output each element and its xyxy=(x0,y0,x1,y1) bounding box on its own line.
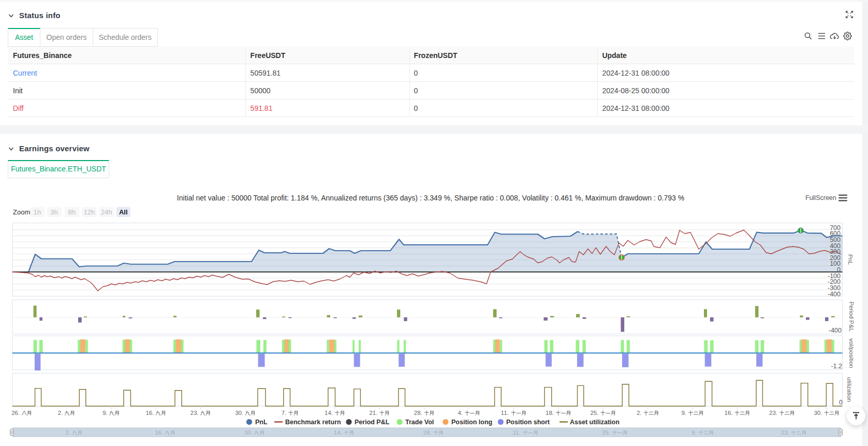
svg-text:18.: 18. xyxy=(546,410,554,416)
svg-text:-1.2: -1.2 xyxy=(831,363,842,370)
svg-text:-400: -400 xyxy=(828,291,841,298)
svg-text:vol/position: vol/position xyxy=(848,338,855,368)
svg-text:12h: 12h xyxy=(83,208,95,216)
svg-text:1h: 1h xyxy=(34,208,41,216)
svg-text:Zoom: Zoom xyxy=(13,208,30,216)
svg-text:Trade Vol: Trade Vol xyxy=(405,419,434,426)
svg-text:2.: 2. xyxy=(637,410,642,416)
svg-text:30.: 30. xyxy=(244,429,253,436)
svg-text:9.: 9. xyxy=(681,410,686,416)
svg-text:21.: 21. xyxy=(369,410,377,416)
svg-text:Period P&L: Period P&L xyxy=(355,419,390,426)
svg-text:4.: 4. xyxy=(458,410,463,416)
svg-text:11.: 11. xyxy=(501,410,509,416)
svg-text:28.: 28. xyxy=(414,410,422,416)
svg-text:23.: 23. xyxy=(769,410,777,416)
svg-text:7.: 7. xyxy=(282,410,287,416)
svg-text:30.: 30. xyxy=(235,410,243,416)
svg-text:16.: 16. xyxy=(155,429,163,436)
svg-text:16.: 16. xyxy=(725,410,733,416)
svg-text:0: 0 xyxy=(839,399,843,406)
svg-text:PnL: PnL xyxy=(847,254,854,265)
svg-text:utilization: utilization xyxy=(846,377,852,402)
svg-text:23.: 23. xyxy=(190,410,199,416)
svg-text:25.: 25. xyxy=(590,410,598,416)
svg-text:3h: 3h xyxy=(50,208,57,216)
svg-text:23.: 23. xyxy=(781,429,789,436)
svg-text:14.: 14. xyxy=(334,429,342,436)
svg-text:25.: 25. xyxy=(602,429,610,436)
svg-text:28.: 28. xyxy=(423,429,432,436)
svg-text:-400: -400 xyxy=(829,327,842,334)
svg-text:Asset utilization: Asset utilization xyxy=(570,419,620,426)
svg-text:14.: 14. xyxy=(325,410,333,416)
svg-text:Position long: Position long xyxy=(451,419,492,426)
svg-text:Period P&L: Period P&L xyxy=(848,301,855,332)
svg-text:8h: 8h xyxy=(68,208,76,216)
svg-text:30.: 30. xyxy=(814,410,822,416)
svg-text:24h: 24h xyxy=(101,208,112,216)
svg-text:Benchmark return: Benchmark return xyxy=(285,419,341,426)
svg-text:11.: 11. xyxy=(512,429,520,436)
svg-text:All: All xyxy=(119,208,128,216)
svg-text:9.: 9. xyxy=(692,429,697,436)
svg-text:16.: 16. xyxy=(145,410,154,416)
svg-text:26.: 26. xyxy=(11,410,20,416)
svg-text:2.: 2. xyxy=(65,429,70,436)
svg-text:9.: 9. xyxy=(102,410,108,416)
svg-text:Position short: Position short xyxy=(506,419,550,426)
svg-text:2.: 2. xyxy=(58,410,63,416)
svg-text:PnL: PnL xyxy=(255,419,268,426)
